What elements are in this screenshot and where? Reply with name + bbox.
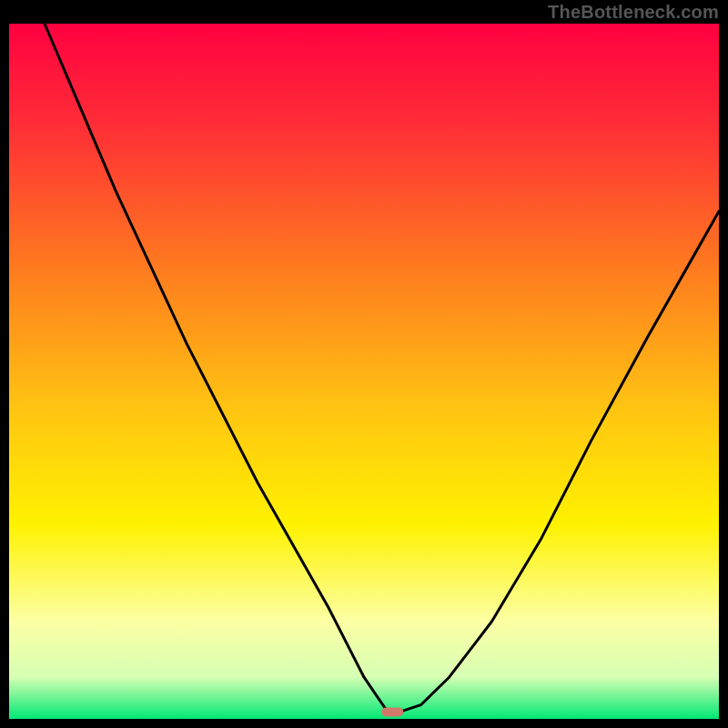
chart-root: TheBottleneck.com xyxy=(0,0,728,728)
sweet-spot-marker xyxy=(381,707,403,716)
gradient-background xyxy=(9,24,719,719)
chart-svg xyxy=(9,24,719,719)
watermark-text: TheBottleneck.com xyxy=(548,2,719,23)
plot-area xyxy=(9,24,719,719)
